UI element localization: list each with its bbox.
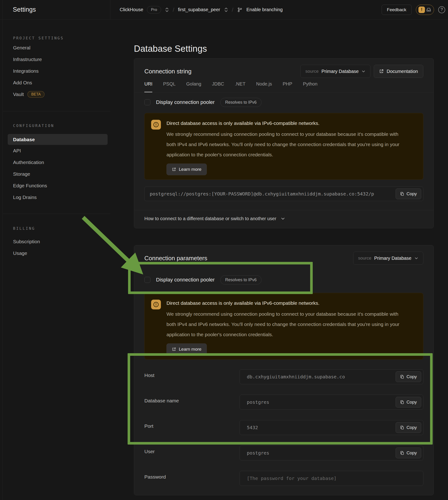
sidebar-item-edge-functions[interactable]: Edge Functions <box>3 180 110 192</box>
breadcrumb-divider: / <box>173 6 175 13</box>
tab-dotnet[interactable]: .NET <box>235 80 246 92</box>
sidebar-heading-project-settings: PROJECT SETTINGS <box>3 36 110 41</box>
topbar-settings-section: Settings <box>0 0 110 19</box>
callout-title: Direct database access is only available… <box>166 300 404 307</box>
ipv6-warning-callout: Direct database access is only available… <box>144 293 423 360</box>
tab-nodejs[interactable]: Node.js <box>256 80 272 92</box>
chevrons-updown-icon[interactable] <box>224 7 228 12</box>
sidebar-item-subscription[interactable]: Subscription <box>3 236 110 248</box>
warning-icon <box>151 300 161 309</box>
beta-badge: BETA <box>28 91 45 98</box>
plan-badge: Pro <box>147 6 161 14</box>
how-to-connect-link[interactable]: How to connect to a different database o… <box>144 216 276 221</box>
sidebar-item-database[interactable]: Database <box>8 134 108 145</box>
copy-icon <box>400 400 404 404</box>
sidebar-item-general[interactable]: General <box>3 42 110 54</box>
port-input[interactable]: 5432 Copy <box>240 420 423 435</box>
database-name-input[interactable]: postgres Copy <box>240 395 423 410</box>
settings-page: Settings ClickHouse Pro / first_supabase… <box>0 0 448 500</box>
chevrons-updown-icon[interactable] <box>165 7 169 12</box>
host-input[interactable]: db.cxhygiuitamxhniiddjm.supabase.co Copy <box>240 369 423 384</box>
sidebar-item-usage[interactable]: Usage <box>3 248 110 259</box>
sidebar-item-infrastructure[interactable]: Infrastructure <box>3 54 110 65</box>
sidebar-item-authentication[interactable]: Authentication <box>3 157 110 168</box>
copy-icon <box>400 192 404 196</box>
connection-string-title: Connection string <box>144 68 192 75</box>
password-row: Password [The password for your database… <box>144 471 423 486</box>
display-connection-pooler-checkbox[interactable] <box>144 277 150 283</box>
host-label: Host <box>144 369 240 384</box>
sidebar-item-add-ons[interactable]: Add Ons <box>3 77 110 88</box>
notifications-button[interactable]: ! <box>416 5 434 15</box>
database-name-row: Database name postgres Copy <box>144 395 423 410</box>
warning-icon: ! <box>418 6 425 13</box>
documentation-button[interactable]: Documentation <box>374 65 423 78</box>
sidebar-divider <box>3 214 110 214</box>
port-row: Port 5432 Copy <box>144 420 423 435</box>
database-name-label: Database name <box>144 395 240 410</box>
copy-button[interactable]: Copy <box>396 448 421 458</box>
copy-icon <box>400 451 404 455</box>
learn-more-button[interactable]: Learn more <box>166 343 207 355</box>
connection-string-card: Connection string source Primary Databas… <box>134 58 434 228</box>
sidebar-item-label: Vault <box>13 92 24 97</box>
user-input[interactable]: postgres Copy <box>240 446 423 460</box>
port-label: Port <box>144 420 240 435</box>
display-connection-pooler-checkbox[interactable] <box>144 99 150 105</box>
source-label: source <box>305 69 319 74</box>
source-value: Primary Database <box>321 69 359 74</box>
password-input[interactable]: [The password for your database] <box>240 471 423 486</box>
sidebar-item-vault[interactable]: Vault BETA <box>3 88 110 100</box>
tab-php[interactable]: PHP <box>283 80 292 92</box>
user-label: User <box>144 446 240 460</box>
source-select[interactable]: source Primary Database <box>300 65 370 78</box>
connection-parameter-fields: Host db.cxhygiuitamxhniiddjm.supabase.co… <box>144 369 423 486</box>
learn-more-button[interactable]: Learn more <box>166 164 207 175</box>
org-name[interactable]: ClickHouse <box>120 7 143 12</box>
connection-string-value-box[interactable]: postgresql://postgres:[YOUR-PASSWORD]@db… <box>144 187 423 201</box>
callout-body: We strongly recommend using connection p… <box>166 129 404 160</box>
tab-uri[interactable]: URI <box>144 80 152 92</box>
sidebar-item-log-drains[interactable]: Log Drains <box>3 192 110 203</box>
chevron-down-icon[interactable] <box>281 216 285 221</box>
topbar-actions: Feedback ! ? <box>382 5 448 15</box>
callout-body: We strongly recommend using connection p… <box>166 309 404 340</box>
copy-button[interactable]: Copy <box>396 371 421 382</box>
feedback-button[interactable]: Feedback <box>382 5 412 15</box>
resolves-to-ipv6-badge: Resolves to IPv6 <box>220 275 261 284</box>
external-link-icon <box>172 347 176 351</box>
sidebar-item-api[interactable]: API <box>3 145 110 157</box>
connection-string-footer: How to connect to a different database o… <box>134 210 433 227</box>
enable-branching-button[interactable]: Enable branching <box>246 7 283 12</box>
copy-button[interactable]: Copy <box>396 422 421 433</box>
sidebar-item-storage[interactable]: Storage <box>3 168 110 180</box>
main-content: Database Settings Connection string sour… <box>110 19 448 500</box>
sidebar-heading-configuration: CONFIGURATION <box>3 123 110 128</box>
copy-button[interactable]: Copy <box>396 188 421 199</box>
tab-python[interactable]: Python <box>303 80 317 92</box>
top-bar: Settings ClickHouse Pro / first_supabase… <box>0 0 448 19</box>
connection-string-tabs: URI PSQL Golang JDBC .NET Node.js PHP Py… <box>134 80 433 93</box>
copy-icon <box>400 425 404 430</box>
external-link-icon <box>172 167 176 171</box>
resolves-to-ipv6-badge: Resolves to IPv6 <box>220 98 261 107</box>
tab-golang[interactable]: Golang <box>186 80 201 92</box>
tab-psql[interactable]: PSQL <box>163 80 175 92</box>
ipv6-warning-callout: Direct database access is only available… <box>144 113 423 180</box>
source-select[interactable]: source Primary Database <box>353 252 423 265</box>
password-label: Password <box>144 471 240 486</box>
project-name[interactable]: first_supabase_peer <box>178 7 220 12</box>
sidebar-item-integrations[interactable]: Integrations <box>3 65 110 77</box>
source-value: Primary Database <box>374 256 411 261</box>
breadcrumb: ClickHouse Pro / first_supabase_peer / E… <box>110 6 382 14</box>
copy-icon <box>400 375 404 379</box>
pooler-label: Display connection pooler <box>156 277 215 283</box>
connection-parameters-title: Connection parameters <box>144 255 207 262</box>
copy-button[interactable]: Copy <box>396 397 421 407</box>
connection-string-uri: postgresql://postgres:[YOUR-PASSWORD]@db… <box>150 191 396 197</box>
git-branch-icon <box>237 7 243 13</box>
tab-jdbc[interactable]: JDBC <box>212 80 224 92</box>
page-title: Database Settings <box>134 43 448 54</box>
help-icon[interactable]: ? <box>438 6 445 13</box>
settings-sidebar: PROJECT SETTINGS General Infrastructure … <box>3 20 110 500</box>
